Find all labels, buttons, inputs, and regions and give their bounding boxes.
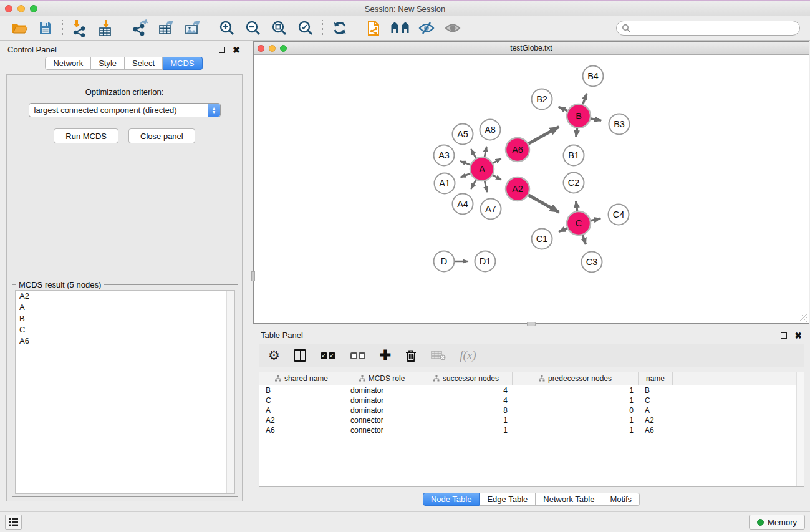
mcds-result-item[interactable]: A6 (16, 336, 234, 347)
mcds-result-item[interactable]: A (16, 302, 234, 313)
select-all-icon[interactable]: ✓✓ (320, 347, 336, 364)
hide-panels-eye-icon[interactable] (413, 18, 440, 38)
table-cell[interactable]: A6 (259, 426, 344, 435)
column-header-name[interactable]: name (639, 372, 673, 385)
graph-node-B2[interactable]: B2 (532, 89, 552, 110)
show-columns-icon[interactable] (294, 347, 306, 364)
graph-node-B3[interactable]: B3 (609, 114, 630, 135)
float-panel-icon[interactable] (219, 47, 225, 53)
graph-node-A1[interactable]: A1 (435, 173, 455, 194)
show-eye-icon[interactable] (440, 18, 466, 38)
deselect-all-icon[interactable] (350, 347, 366, 364)
table-cell[interactable]: 4 (420, 396, 513, 405)
graph-edge-C-C2[interactable] (576, 201, 577, 211)
table-row[interactable]: Adominator80A (259, 405, 804, 415)
close-panel-icon[interactable]: ✖ (794, 332, 802, 339)
graph-node-C1[interactable]: C1 (532, 229, 552, 249)
task-history-button[interactable] (5, 515, 22, 530)
search-input[interactable] (633, 24, 799, 32)
graph-edge-B-B1[interactable] (576, 128, 577, 137)
tab-mcds[interactable]: MCDS (163, 57, 202, 70)
table-cell[interactable]: A2 (639, 416, 673, 425)
tab-edge-table[interactable]: Edge Table (480, 493, 536, 506)
table-cell[interactable]: 1 (420, 416, 513, 425)
scrollbar-track[interactable] (796, 372, 804, 486)
tab-style[interactable]: Style (91, 57, 125, 70)
table-cell[interactable]: 1 (513, 416, 639, 425)
save-session-icon[interactable] (32, 18, 59, 38)
zoom-out-icon[interactable] (240, 18, 266, 38)
add-column-icon[interactable]: ✚ (380, 347, 391, 364)
table-cell[interactable]: 1 (420, 426, 513, 435)
graph-edge-A-A7[interactable] (485, 181, 487, 193)
graph-edge-A2-C[interactable] (528, 195, 559, 213)
import-table-icon[interactable] (93, 18, 119, 38)
network-canvas[interactable]: B4B2BB3A8A5A6A3B1AA1C2A2A4A7C4CC1C3DD1 (254, 56, 809, 323)
graph-edge-C-C4[interactable] (591, 218, 601, 220)
home-icon[interactable] (387, 18, 413, 38)
search-box[interactable] (616, 21, 800, 36)
table-cell[interactable]: A (639, 406, 673, 415)
delete-column-icon[interactable] (405, 347, 417, 364)
graph-node-B[interactable]: B (567, 104, 591, 128)
close-panel-icon[interactable]: ✖ (233, 47, 240, 53)
tab-node-table[interactable]: Node Table (423, 493, 480, 506)
import-network-icon[interactable] (67, 18, 93, 38)
table-cell[interactable]: 4 (420, 386, 513, 395)
graph-edge-B-B4[interactable] (583, 94, 587, 104)
column-header-MCDS-role[interactable]: MCDS role (344, 372, 420, 385)
resize-grip-icon[interactable] (800, 314, 808, 322)
export-table-icon[interactable] (153, 18, 180, 38)
zoom-selected-icon[interactable] (292, 18, 319, 38)
graph-node-B4[interactable]: B4 (583, 66, 604, 87)
graph-edge-C-C1[interactable] (559, 228, 567, 232)
zoom-fit-icon[interactable] (266, 18, 292, 38)
float-panel-icon[interactable] (781, 332, 787, 339)
tab-network-table[interactable]: Network Table (536, 493, 602, 506)
graph-edge-A-A6[interactable] (493, 158, 501, 163)
mcds-result-item[interactable]: B (16, 313, 234, 324)
table-row[interactable]: Cdominator41C (259, 395, 804, 405)
table-cell[interactable]: C (259, 396, 344, 405)
tab-select[interactable]: Select (125, 57, 163, 70)
table-cell[interactable]: C (639, 396, 673, 405)
graph-node-A3[interactable]: A3 (434, 145, 455, 166)
graph-edge-B-B3[interactable] (591, 118, 601, 120)
graph-node-D[interactable]: D (434, 251, 455, 272)
column-header-shared-name[interactable]: shared name (259, 372, 344, 385)
table-cell[interactable]: B (639, 386, 673, 395)
mcds-result-item[interactable]: C (16, 324, 234, 336)
zoom-in-icon[interactable] (214, 18, 240, 38)
table-cell[interactable]: dominator (344, 406, 420, 415)
mcds-result-list[interactable]: A2ABCA6 (15, 290, 235, 494)
tab-motifs[interactable]: Motifs (602, 493, 640, 506)
column-header-successor-nodes[interactable]: successor nodes (420, 372, 513, 385)
memory-button[interactable]: Memory (749, 515, 805, 530)
table-cell[interactable]: 1 (513, 396, 639, 405)
graph-node-A4[interactable]: A4 (453, 194, 473, 215)
table-cell[interactable]: connector (344, 416, 420, 425)
close-panel-button[interactable]: Close panel (128, 128, 195, 143)
graph-node-A[interactable]: A (470, 157, 494, 181)
mcds-result-item[interactable]: A2 (16, 291, 234, 302)
table-cell[interactable]: dominator (344, 396, 420, 405)
graph-node-D1[interactable]: D1 (475, 251, 496, 272)
export-image-icon[interactable] (180, 18, 206, 38)
open-file-icon[interactable] (6, 18, 32, 38)
new-session-from-network-icon[interactable] (361, 18, 387, 38)
tab-network[interactable]: Network (45, 57, 91, 70)
table-cell[interactable]: A2 (259, 416, 344, 425)
graph-node-C3[interactable]: C3 (582, 252, 602, 273)
table-options-icon[interactable]: ⚙ (268, 347, 280, 364)
graph-node-B1[interactable]: B1 (564, 145, 584, 166)
table-row[interactable]: A2connector11A2 (259, 415, 804, 425)
graph-edge-A6-B[interactable] (529, 127, 559, 143)
network-window-titlebar[interactable]: testGlobe.txt (254, 42, 809, 55)
graph-edge-A-A8[interactable] (485, 147, 486, 157)
graph-node-A6[interactable]: A6 (506, 138, 529, 162)
graph-edge-A-A4[interactable] (471, 180, 476, 188)
export-network-icon[interactable] (127, 18, 153, 38)
splitter-handle[interactable] (251, 271, 255, 281)
table-cell[interactable]: A6 (639, 426, 673, 435)
graph-edge-A-A2[interactable] (493, 175, 501, 180)
